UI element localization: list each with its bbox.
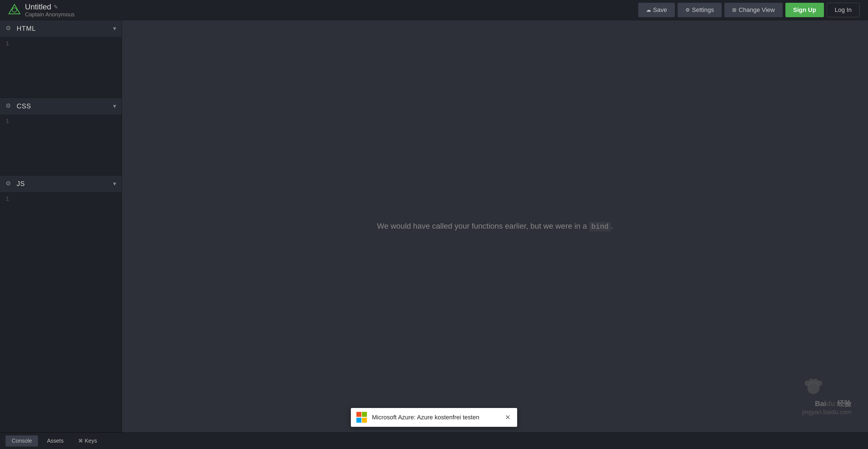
preview-text-prefix: We would have called your functions earl… xyxy=(377,222,589,230)
brand-info: Untitled ✎ Captain Anonymous xyxy=(25,2,74,18)
header-right: ☁ Save ⚙ Settings ⊞ Change View Sign Up … xyxy=(638,3,860,17)
preview-code-bind: bind xyxy=(589,222,611,232)
baidu-url: jingyan.baidu.com xyxy=(802,409,851,416)
svg-point-4 xyxy=(809,379,814,384)
js-panel-header: ⚙ JS ▾ xyxy=(0,175,122,192)
html-gear-icon[interactable]: ⚙ xyxy=(5,25,13,32)
keys-tab[interactable]: ⌘ Keys xyxy=(72,436,103,447)
ms-square-red xyxy=(356,412,362,417)
js-panel: ⚙ JS ▾ 1 xyxy=(0,175,122,432)
settings-icon: ⚙ xyxy=(685,7,690,13)
toast-text: Microsoft Azure: Azure kostenfrei testen xyxy=(372,414,499,421)
svg-point-1 xyxy=(12,8,17,12)
signup-button[interactable]: Sign Up xyxy=(785,3,824,17)
ms-square-blue xyxy=(356,418,362,423)
save-label: Save xyxy=(653,6,667,13)
save-button[interactable]: ☁ Save xyxy=(638,3,675,17)
html-panel: ⚙ HTML ▾ 1 xyxy=(0,20,122,98)
change-view-label: Change View xyxy=(739,6,775,13)
console-tab-label: Console xyxy=(12,438,32,444)
settings-label: Settings xyxy=(692,6,714,13)
html-line-1: 1 xyxy=(0,39,122,49)
logo-icon xyxy=(8,4,21,16)
edit-icon[interactable]: ✎ xyxy=(54,4,58,10)
header: Untitled ✎ Captain Anonymous ☁ Save ⚙ Se… xyxy=(0,0,868,20)
project-title: Untitled xyxy=(25,2,51,11)
html-panel-header: ⚙ HTML ▾ xyxy=(0,20,122,37)
keys-tab-label: Keys xyxy=(85,438,97,444)
cmd-symbol: ⌘ xyxy=(79,438,83,444)
css-gear-icon[interactable]: ⚙ xyxy=(5,102,13,110)
baidu-logo xyxy=(802,376,825,398)
toast-notification: Microsoft Azure: Azure kostenfrei testen… xyxy=(351,408,517,427)
js-editor-body[interactable]: 1 xyxy=(0,192,122,432)
header-left: Untitled ✎ Captain Anonymous xyxy=(8,2,74,18)
view-icon: ⊞ xyxy=(732,7,736,13)
main: ⚙ HTML ▾ 1 ⚙ CSS ▾ 1 xyxy=(0,20,868,432)
assets-tab[interactable]: Assets xyxy=(41,436,69,447)
css-panel-header: ⚙ CSS ▾ xyxy=(0,98,122,115)
css-editor-body[interactable]: 1 xyxy=(0,115,122,175)
js-label: JS xyxy=(17,180,25,188)
ms-square-green xyxy=(362,412,367,417)
preview-text-suffix: . xyxy=(611,222,613,230)
left-panel: ⚙ HTML ▾ 1 ⚙ CSS ▾ 1 xyxy=(0,20,122,432)
css-panel: ⚙ CSS ▾ 1 xyxy=(0,98,122,175)
html-editor-body[interactable]: 1 xyxy=(0,37,122,97)
bottom-bar: Console Assets ⌘ Keys xyxy=(0,432,868,449)
baidu-watermark: Baidu 经验 jingyan.baidu.com xyxy=(802,376,851,416)
preview-message: We would have called your functions earl… xyxy=(377,222,613,231)
login-button[interactable]: Log In xyxy=(827,3,860,17)
change-view-button[interactable]: ⊞ Change View xyxy=(724,3,782,17)
assets-tab-label: Assets xyxy=(47,438,63,444)
css-line-1: 1 xyxy=(0,117,122,127)
ms-square-yellow xyxy=(362,418,367,423)
login-label: Log In xyxy=(835,6,851,13)
settings-button[interactable]: ⚙ Settings xyxy=(678,3,722,17)
preview-area: We would have called your functions earl… xyxy=(122,20,868,432)
html-label: HTML xyxy=(17,25,36,32)
signup-label: Sign Up xyxy=(793,6,816,13)
toast-close-button[interactable]: ✕ xyxy=(504,412,512,422)
js-gear-icon[interactable]: ⚙ xyxy=(5,180,13,188)
css-header-left: ⚙ CSS xyxy=(5,102,31,110)
ms-logo xyxy=(356,412,368,423)
js-line-1: 1 xyxy=(0,194,122,204)
js-chevron-icon[interactable]: ▾ xyxy=(113,180,116,187)
js-header-left: ⚙ JS xyxy=(5,180,25,188)
html-chevron-icon[interactable]: ▾ xyxy=(113,25,116,32)
brand-subtitle: Captain Anonymous xyxy=(25,11,74,18)
baidu-brand: Baidu 经验 xyxy=(802,399,851,409)
console-tab[interactable]: Console xyxy=(5,436,38,447)
svg-point-6 xyxy=(817,381,822,386)
css-label: CSS xyxy=(17,102,31,110)
html-header-left: ⚙ HTML xyxy=(5,25,36,32)
cloud-icon: ☁ xyxy=(646,7,651,13)
brand-title: Untitled ✎ xyxy=(25,2,74,11)
css-chevron-icon[interactable]: ▾ xyxy=(113,102,116,110)
